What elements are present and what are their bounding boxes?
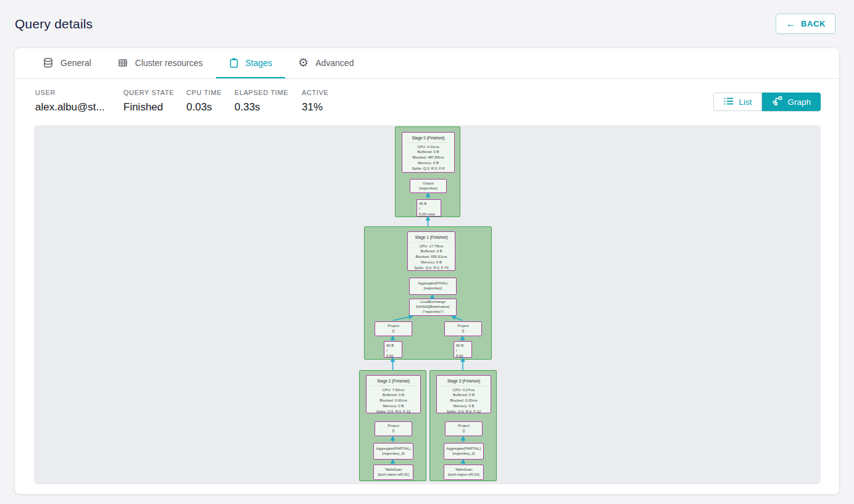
back-button-label: BACK [801,19,826,28]
graph-icon [772,96,782,107]
stage-1-summary: Stage 1 (Finished) CPU: 17.78ms Buffered… [407,231,455,271]
stat-query-state-value: Finished [123,101,186,114]
tab-general[interactable]: General [30,48,104,78]
stat-cpu-time: CPU TIME 0.03s [186,89,234,114]
back-button[interactable]: ← BACK [776,14,835,34]
node-output: Output [regionkey] [410,179,447,193]
tab-advanced-label: Advanced [315,58,354,68]
tab-advanced[interactable]: ⚙ Advanced [285,48,367,78]
stat-elapsed-time: ELAPSED TIME 0.33s [234,89,302,114]
tab-stages[interactable]: Stages [216,48,286,78]
stat-cpu-time-label: CPU TIME [186,89,234,96]
stage-1-box: Stage 1 (Finished) CPU: 17.78ms Buffered… [364,226,492,360]
node-project-stage3: Project [] [445,421,483,436]
stat-active-label: ACTIVE [302,89,328,96]
edge-label-stage0: 46 B / 5.00 rows [417,199,441,217]
stage-0-title: Stage 0 (Finished) [404,136,453,141]
query-details-card: General Cluster resources Stages [15,48,839,494]
stat-user: USER alex.albu@st... [35,89,123,114]
back-arrow-icon: ← [786,19,796,29]
stat-elapsed-time-label: ELAPSED TIME [234,89,302,96]
stage-3-box: Stage 3 (Finished) CPU: 4.27ms Buffered:… [429,370,497,481]
edge-label-stage1-right: 90 B / 5.00 rows [454,341,472,358]
stage-0-summary: Stage 0 (Finished) CPU: 4.31ms Buffered:… [402,132,455,173]
graph-view-button[interactable]: Graph [762,93,821,111]
tab-bar: General Cluster resources Stages [15,48,839,79]
list-icon [724,97,734,107]
graph-view-label: Graph [787,97,811,107]
stage-3-title: Stage 3 (Finished) [438,379,489,384]
node-tablescan-nation: TableScan [tpch:nation:sf0.01] [373,465,413,480]
stage-0-box: Stage 0 (Finished) CPU: 4.31ms Buffered:… [395,126,460,217]
page-title: Query details [15,17,93,31]
node-local-exchange: LocalExchange [HASH][$hashvalue] ("regio… [409,299,457,316]
edge-label-stage1-left: 90 B / 5.00 rows [384,341,402,358]
view-toggle: List Graph [713,93,821,111]
stat-user-label: USER [35,89,123,96]
node-tablescan-region: TableScan [tpch:region:sf0.01] [444,465,484,480]
clipboard-icon [229,57,239,68]
node-aggregate-partial-stage2: Aggregate(PARTIAL) [regionkey_0] [373,443,413,460]
tab-stages-label: Stages [246,58,273,68]
query-summary-row: USER alex.albu@st... QUERY STATE Finishe… [15,79,839,125]
stage-2-title: Stage 2 (Finished) [368,379,419,384]
stat-query-state: QUERY STATE Finished [123,89,186,114]
stat-cpu-time-value: 0.03s [186,101,234,114]
stat-active-value: 31% [302,101,328,114]
node-aggregate-final: Aggregate(FINAL) [regionkey] [409,278,457,295]
list-view-label: List [739,97,752,107]
tab-general-label: General [60,58,91,68]
stage-2-summary: Stage 2 (Finished) CPU: 7.60ms Buffered:… [366,375,421,413]
list-view-button[interactable]: List [713,93,762,111]
server-icon [117,57,128,68]
stage-2-box: Stage 2 (Finished) CPU: 7.60ms Buffered:… [359,370,426,481]
database-icon [43,57,54,68]
tab-cluster-resources[interactable]: Cluster resources [104,48,216,78]
stat-query-state-label: QUERY STATE [123,89,186,96]
stat-user-value: alex.albu@st... [35,101,123,114]
node-project-stage2: Project [] [375,421,412,436]
stages-graph-canvas: Stage 0 (Finished) CPU: 4.31ms Buffered:… [34,125,821,484]
stat-elapsed-time-value: 0.33s [234,101,302,114]
stage-1-title: Stage 1 (Finished) [409,235,454,240]
node-project-left: Project [] [375,321,412,336]
tab-cluster-resources-label: Cluster resources [135,58,203,68]
stat-active: ACTIVE 31% [302,89,328,114]
gear-icon: ⚙ [298,57,309,68]
page-header: Query details ← BACK [0,0,854,34]
stage-3-summary: Stage 3 (Finished) CPU: 4.27ms Buffered:… [436,375,491,413]
node-project-right: Project [] [444,321,482,336]
node-aggregate-partial-stage3: Aggregate(PARTIAL) [regionkey_2] [444,443,484,460]
